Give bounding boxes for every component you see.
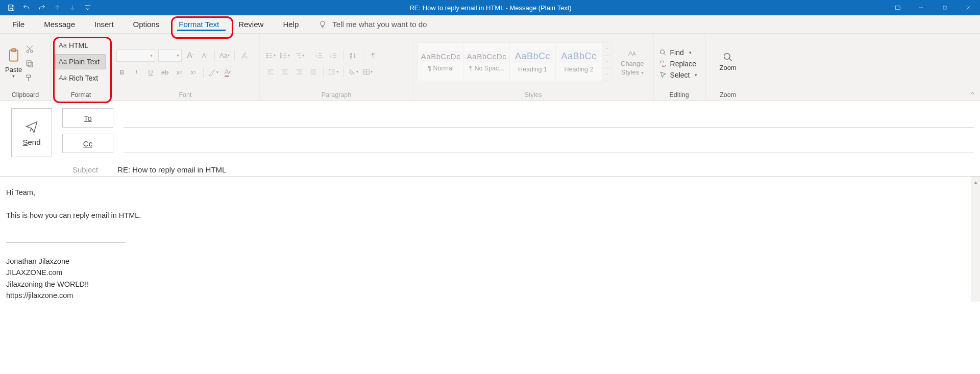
group-label-font: Font [111, 89, 259, 101]
find-button[interactable]: Find▾ [659, 48, 700, 57]
underline-icon[interactable]: U [145, 67, 156, 78]
svg-point-19 [660, 49, 664, 54]
sort-icon[interactable]: AZ [348, 50, 359, 61]
strikethrough-icon[interactable]: ab [159, 67, 170, 78]
change-styles-button[interactable]: AA Change Styles ▾ [616, 45, 649, 78]
tab-message[interactable]: Message [35, 15, 84, 33]
align-center-icon[interactable] [279, 66, 290, 78]
bullets-icon[interactable]: ▾ [265, 50, 276, 61]
change-case-icon[interactable]: Aa ▾ [219, 50, 230, 61]
style-heading-2[interactable]: AaBbCcHeading 2 [556, 43, 602, 81]
search-icon [659, 48, 667, 57]
show-paragraph-marks-icon[interactable]: ¶ [368, 50, 379, 61]
quick-access-toolbar [0, 1, 95, 15]
signature-line: https://jilaxzone.com [6, 290, 974, 301]
cc-button[interactable]: Cc [62, 134, 113, 153]
title-bar: RE: How to reply email in HTML - Message… [0, 0, 980, 15]
group-label-format: Format [51, 89, 111, 101]
ribbon: Paste ▾ Clipboard AaHTML AaPlain Text Aa… [0, 34, 980, 101]
clipboard-icon [6, 47, 22, 65]
tab-format-text[interactable]: Format Text [169, 15, 228, 33]
align-right-icon[interactable] [293, 66, 305, 78]
justify-icon[interactable] [308, 66, 319, 78]
decrease-indent-icon[interactable] [313, 50, 325, 61]
format-plain-text-button[interactable]: AaPlain Text [55, 54, 106, 69]
grow-font-icon[interactable]: Aˆ [185, 50, 196, 61]
align-left-icon[interactable] [265, 66, 276, 78]
shrink-font-icon[interactable]: Aˇ [199, 50, 210, 61]
send-button[interactable]: Send [11, 108, 52, 157]
previous-item-icon [50, 1, 64, 15]
font-color-icon[interactable]: A ▾ [222, 67, 233, 78]
group-format: AaHTML AaPlain Text AaRich Text Format [51, 34, 111, 101]
svg-rect-6 [28, 62, 33, 67]
vertical-scrollbar[interactable] [971, 177, 980, 302]
style-normal[interactable]: AaBbCcDc¶ Normal [418, 43, 464, 81]
format-painter-icon[interactable] [25, 73, 35, 84]
italic-icon[interactable]: I [131, 67, 142, 78]
highlight-icon[interactable]: ▾ [208, 67, 219, 78]
group-label-styles: Styles [413, 89, 653, 101]
cut-icon[interactable] [25, 45, 35, 55]
zoom-button[interactable]: Zoom [715, 49, 742, 73]
message-body[interactable]: Hi Team, This is how you can reply email… [0, 176, 980, 302]
cc-field[interactable] [124, 134, 974, 153]
redo-icon[interactable] [35, 1, 49, 15]
format-html-button[interactable]: AaHTML [55, 38, 106, 53]
bold-icon[interactable]: B [116, 67, 128, 78]
borders-icon[interactable]: ▾ [362, 66, 373, 78]
svg-point-8 [266, 53, 267, 54]
send-icon [24, 119, 39, 134]
superscript-icon[interactable]: x2 [188, 67, 199, 78]
group-label-zoom: Zoom [705, 89, 751, 101]
signature-line: Jonathan Jilaxzone [6, 256, 974, 267]
format-rich-text-button[interactable]: AaRich Text [55, 70, 106, 86]
save-icon[interactable] [4, 1, 18, 15]
replace-icon [659, 60, 667, 68]
tab-file[interactable]: File [3, 15, 34, 33]
svg-point-4 [27, 50, 29, 53]
paste-button[interactable]: Paste ▾ [0, 44, 24, 79]
style-no-spacing[interactable]: AaBbCcDc¶ No Spac... [464, 43, 510, 81]
maximize-icon[interactable] [933, 0, 957, 15]
minimize-icon[interactable] [910, 0, 933, 15]
group-label-paragraph: Paragraph [260, 89, 413, 101]
select-button[interactable]: Select▾ [659, 71, 700, 79]
undo-icon[interactable] [19, 1, 34, 15]
copy-icon[interactable] [25, 59, 35, 69]
collapse-ribbon-icon[interactable] [969, 90, 976, 98]
subscript-icon[interactable]: x2 [174, 67, 185, 78]
font-name-combo[interactable]: ▾ [116, 49, 155, 62]
svg-point-10 [266, 57, 267, 58]
increase-indent-icon[interactable] [328, 50, 339, 61]
tab-options[interactable]: Options [124, 15, 169, 33]
svg-rect-0 [896, 6, 900, 10]
to-field[interactable] [124, 108, 974, 128]
body-separator: _____________________________ [6, 233, 974, 244]
clear-formatting-icon[interactable] [239, 50, 250, 61]
window-title: RE: How to reply email in HTML - Message… [95, 4, 886, 12]
scroll-up-icon[interactable] [973, 178, 978, 184]
tell-me-search[interactable]: Tell me what you want to do [318, 15, 427, 33]
subject-label: Subject [72, 165, 98, 174]
shading-icon[interactable]: ▾ [348, 66, 359, 78]
line-spacing-icon[interactable]: ▾ [328, 66, 339, 78]
close-icon[interactable] [957, 0, 980, 15]
replace-button[interactable]: Replace [659, 60, 700, 68]
numbering-icon[interactable]: 123▾ [279, 50, 290, 61]
customize-qat-icon[interactable] [81, 1, 95, 15]
font-size-combo[interactable]: ▾ [158, 49, 182, 62]
multilevel-list-icon[interactable]: ▾ [293, 50, 305, 61]
subject-field[interactable]: RE: How to reply email in HTML [117, 165, 226, 174]
tab-review[interactable]: Review [229, 15, 273, 33]
paste-label: Paste [5, 66, 22, 73]
tab-help[interactable]: Help [274, 15, 308, 33]
to-button[interactable]: To [62, 108, 113, 128]
style-heading-1[interactable]: AaBbCcHeading 1 [510, 43, 556, 81]
svg-text:A: A [350, 52, 352, 55]
styles-gallery-more[interactable] [602, 42, 611, 81]
group-clipboard: Paste ▾ Clipboard [0, 34, 51, 101]
styles-gallery[interactable]: AaBbCcDc¶ Normal AaBbCcDc¶ No Spac... Aa… [418, 42, 602, 81]
ribbon-display-options-icon[interactable] [886, 0, 910, 15]
tab-insert[interactable]: Insert [85, 15, 123, 33]
